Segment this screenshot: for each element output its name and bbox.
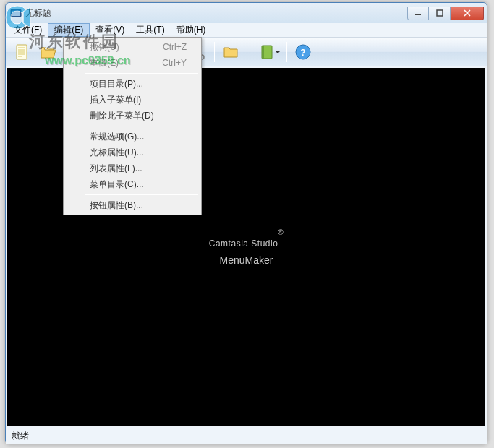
menu-help[interactable]: 帮助(H) [171,23,212,37]
menu-item-shortcut: Ctrl+Y [162,58,187,68]
menu-item-label: 撤销(U) [90,41,119,53]
toolbar-open-button[interactable] [36,40,61,64]
help-icon: ? [294,43,312,61]
menu-insert-submenu[interactable]: 插入子菜单(I) [85,92,200,108]
app-icon [10,7,22,19]
menu-item-label: 重做(E) [90,57,119,69]
menu-item-label: 列表属性(L)... [90,163,142,175]
new-document-icon [13,43,32,61]
window-title: 无标题 [25,7,407,20]
maximize-icon [436,9,443,17]
menu-item-label: 项目目录(P)... [90,78,143,90]
menu-cursor-properties[interactable]: 光标属性(U)... [85,145,200,160]
menu-separator [85,73,198,74]
menu-separator [85,194,198,195]
status-text: 就绪 [12,430,29,442]
toolbar-separator [247,42,247,62]
svg-rect-7 [262,46,264,59]
registered-mark: ® [278,228,284,236]
titlebar[interactable]: 无标题 [6,3,487,23]
toolbar-folder-button[interactable] [218,40,243,64]
menu-delete-submenu[interactable]: 删除此子菜单(D) [85,108,200,124]
brand-title: Camtasia Studio® [209,228,284,251]
svg-rect-3 [437,10,443,16]
menu-separator [85,126,198,126]
folder-icon [222,43,239,61]
maximize-button[interactable] [429,7,451,20]
toolbar-new-button[interactable] [10,40,35,64]
menu-item-label: 按钮属性(B)... [90,199,143,212]
menu-tools[interactable]: 工具(T) [130,23,170,37]
menu-button-properties[interactable]: 按钮属性(B)... [85,197,200,213]
menu-project-directory[interactable]: 项目目录(P)... [85,76,200,92]
menu-item-label: 插入子菜单(I) [90,94,141,106]
svg-rect-2 [415,14,421,15]
menu-list-properties[interactable]: 列表属性(L)... [85,160,200,176]
toolbar-help-button[interactable]: ? [291,40,315,64]
menu-redo[interactable]: 重做(E) Ctrl+Y [85,55,200,71]
menu-menu-directory[interactable]: 菜单目录(C)... [85,176,200,192]
minimize-icon [414,9,422,17]
menu-item-shortcut: Ctrl+Z [163,42,187,52]
statusbar: 就绪 [6,428,487,444]
menu-item-label: 光标属性(U)... [90,147,144,159]
edit-menu-dropdown: 撤销(U) Ctrl+Z 重做(E) Ctrl+Y 项目目录(P)... 插入子… [63,37,202,215]
toolbar-separator [214,42,215,62]
toolbar-green-dropdown-button[interactable] [251,40,283,64]
svg-rect-1 [12,11,20,16]
menu-view[interactable]: 查看(V) [90,23,130,37]
svg-text:?: ? [300,48,305,58]
close-button[interactable] [451,7,484,20]
menu-item-label: 删除此子菜单(D) [90,110,154,122]
brand-subtitle: MenuMaker [220,254,273,266]
toolbar-separator [286,42,287,62]
menu-file[interactable]: 文件(F) [8,23,48,37]
menu-edit[interactable]: 编辑(E) [48,23,90,37]
menu-general-options[interactable]: 常规选项(G)... [85,129,200,145]
green-book-icon [258,43,276,61]
folder-open-icon [39,43,58,61]
menubar: 文件(F) 编辑(E) 查看(V) 工具(T) 帮助(H) [6,23,487,38]
window-controls [407,7,484,20]
close-icon [463,9,472,17]
menu-item-label: 菜单目录(C)... [90,178,144,191]
menu-item-label: 常规选项(G)... [90,131,144,143]
minimize-button[interactable] [407,7,429,20]
menu-undo[interactable]: 撤销(U) Ctrl+Z [85,39,200,55]
